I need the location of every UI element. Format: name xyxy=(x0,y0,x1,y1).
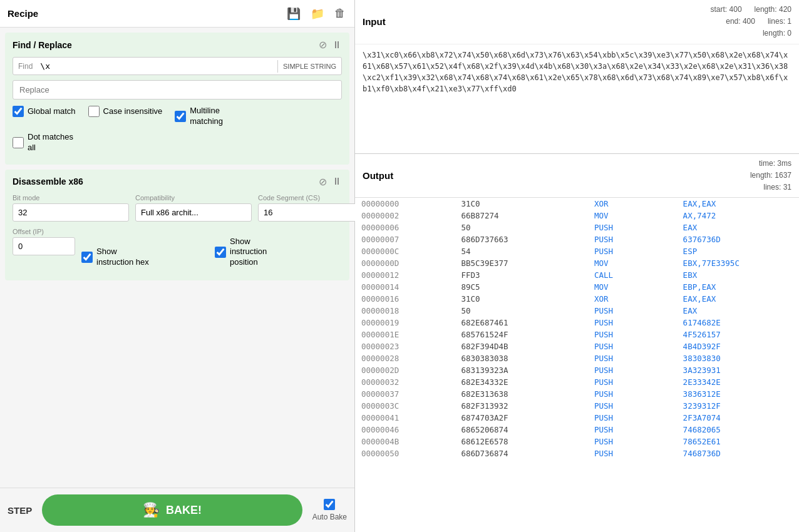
row-mnemonic: PUSH xyxy=(588,364,677,376)
case-insensitive-checkbox-item[interactable]: Case insensitive xyxy=(88,106,163,117)
offset-input[interactable] xyxy=(13,237,75,255)
row-hex: 686D737663 xyxy=(455,233,588,245)
table-row: 00000007 686D737663 PUSH 6376736D xyxy=(355,233,799,245)
row-addr: 0000000D xyxy=(355,257,455,269)
table-row: 00000000 31C0 XOR EAX,EAX xyxy=(355,198,799,210)
row-addr: 00000050 xyxy=(355,448,455,459)
row-operands: EBX,77E3395C xyxy=(677,257,799,269)
recipe-title: Recipe xyxy=(8,8,38,19)
row-hex: 89C5 xyxy=(455,281,588,293)
auto-bake-checkbox[interactable] xyxy=(324,499,335,510)
global-match-checkbox-item[interactable]: Global match xyxy=(13,106,76,117)
row-mnemonic: CALL xyxy=(588,269,677,281)
row-operands: ESP xyxy=(677,245,799,257)
multiline-matching-checkbox[interactable] xyxy=(175,111,186,122)
table-row: 00000014 89C5 MOV EBP,EAX xyxy=(355,281,799,293)
input-length-left-label: length: xyxy=(763,29,787,38)
row-addr: 0000004B xyxy=(355,436,455,448)
row-hex: FFD3 xyxy=(455,269,588,281)
show-hex-checkbox[interactable] xyxy=(81,252,93,263)
case-insensitive-checkbox[interactable] xyxy=(88,106,100,117)
save-button[interactable]: 💾 xyxy=(286,6,302,22)
dot-matches-label: Dot matchesall xyxy=(28,132,73,153)
row-hex: 682E313638 xyxy=(455,388,588,400)
table-row: 00000046 6865206874 PUSH 74682065 xyxy=(355,424,799,436)
row-hex: 50 xyxy=(455,305,588,317)
row-hex: 31C0 xyxy=(455,198,588,210)
bit-mode-input[interactable] xyxy=(13,203,129,222)
row-mnemonic: XOR xyxy=(588,293,677,305)
show-position-checkbox[interactable] xyxy=(215,247,226,258)
row-mnemonic: XOR xyxy=(588,198,677,210)
row-operands: EAX xyxy=(677,305,799,317)
row-addr: 00000019 xyxy=(355,317,455,329)
row-mnemonic: PUSH xyxy=(588,424,677,436)
row-operands: 6376736D xyxy=(677,233,799,245)
pause-icon-2[interactable]: ⏸ xyxy=(332,176,342,187)
bake-button[interactable]: 🧑‍🍳 BAKE! xyxy=(42,494,302,526)
table-row: 00000002 66B87274 MOV AX,7472 xyxy=(355,210,799,222)
folder-button[interactable]: 📁 xyxy=(309,6,326,22)
find-type-button[interactable]: SIMPLE STRING xyxy=(277,60,341,73)
row-addr: 00000014 xyxy=(355,281,455,293)
row-hex: 682F313932 xyxy=(455,400,588,412)
row-mnemonic: PUSH xyxy=(588,222,677,233)
row-mnemonic: PUSH xyxy=(588,388,677,400)
input-length-left-value: 0 xyxy=(787,29,791,38)
table-row: 00000037 682E313638 PUSH 3836312E xyxy=(355,388,799,400)
row-operands: 3A323931 xyxy=(677,364,799,376)
find-replace-title: Find / Replace xyxy=(13,40,72,50)
disable-icon[interactable]: ⊘ xyxy=(319,39,327,51)
row-mnemonic: PUSH xyxy=(588,376,677,388)
compatibility-input[interactable] xyxy=(135,203,252,222)
row-operands: 3836312E xyxy=(677,388,799,400)
row-hex: 50 xyxy=(455,222,588,233)
table-row: 00000041 6874703A2F PUSH 2F3A7074 xyxy=(355,412,799,424)
row-hex: 68612E6578 xyxy=(455,436,588,448)
row-operands: EAX,EAX xyxy=(677,198,799,210)
row-addr: 00000007 xyxy=(355,233,455,245)
global-match-checkbox[interactable] xyxy=(13,106,24,117)
table-row: 00000050 686D736874 PUSH 7468736D xyxy=(355,448,799,459)
show-hex-group: Showinstruction hex xyxy=(81,228,209,269)
row-operands: 38303830 xyxy=(677,352,799,364)
row-hex: 682E34332E xyxy=(455,376,588,388)
table-row: 0000000C 54 PUSH ESP xyxy=(355,245,799,257)
find-input[interactable] xyxy=(38,58,277,74)
row-addr: 00000000 xyxy=(355,198,455,210)
pause-icon[interactable]: ⏸ xyxy=(332,39,342,51)
show-position-checkbox-item[interactable]: Showinstructionposition xyxy=(215,237,342,269)
table-row: 00000019 682E687461 PUSH 6174682E xyxy=(355,317,799,329)
find-replace-controls: ⊘ ⏸ xyxy=(319,39,342,51)
find-replace-section: Find / Replace ⊘ ⏸ Find SIMPLE STRING Gl… xyxy=(5,33,349,165)
disable-icon-2[interactable]: ⊘ xyxy=(319,176,327,188)
disassemble-header: Disassemble x86 ⊘ ⏸ xyxy=(13,176,342,188)
find-row: Find SIMPLE STRING xyxy=(13,57,342,75)
dot-matches-checkbox-item[interactable]: Dot matchesall xyxy=(13,132,73,153)
row-operands: AX,7472 xyxy=(677,210,799,222)
output-lines-label: lines: xyxy=(763,183,783,192)
row-hex: 682F394D4B xyxy=(455,340,588,352)
find-label: Find xyxy=(13,59,38,73)
row-mnemonic: PUSH xyxy=(588,340,677,352)
row-addr: 00000037 xyxy=(355,388,455,400)
table-row: 00000006 50 PUSH EAX xyxy=(355,222,799,233)
multiline-matching-label: Multilinematching xyxy=(190,106,223,127)
bake-icon: 🧑‍🍳 xyxy=(143,502,160,518)
row-addr: 0000003C xyxy=(355,400,455,412)
table-row: 00000016 31C0 XOR EAX,EAX xyxy=(355,293,799,305)
row-mnemonic: MOV xyxy=(588,281,677,293)
disassemble-fields-row2: Offset (IP) Showinstruction hex Showinst… xyxy=(13,228,342,269)
dot-matches-checkbox[interactable] xyxy=(13,137,24,148)
input-text: \x31\xc0\x66\xb8\x72\x74\x50\x68\x6d\x73… xyxy=(355,44,799,153)
row-hex: 682E687461 xyxy=(455,317,588,329)
table-row: 00000012 FFD3 CALL EBX xyxy=(355,269,799,281)
row-hex: 31C0 xyxy=(455,293,588,305)
show-hex-checkbox-item[interactable]: Showinstruction hex xyxy=(81,247,209,268)
row-operands: EAX,EAX xyxy=(677,293,799,305)
replace-input[interactable] xyxy=(13,80,342,100)
global-match-label: Global match xyxy=(28,106,76,117)
delete-button[interactable]: 🗑 xyxy=(333,6,347,21)
offset-label: Offset (IP) xyxy=(13,228,75,235)
multiline-matching-checkbox-item[interactable]: Multilinematching xyxy=(175,106,223,127)
